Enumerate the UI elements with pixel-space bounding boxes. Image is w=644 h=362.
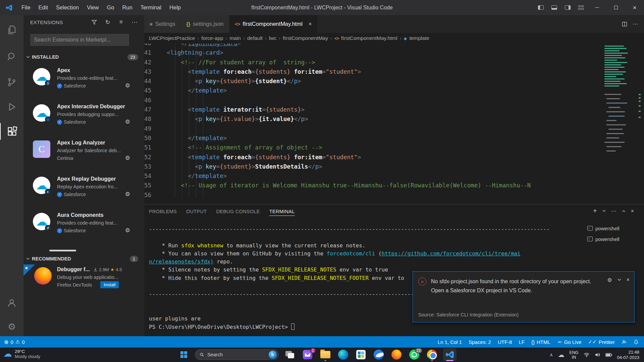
- notification-settings-icon[interactable]: ⚙: [607, 277, 612, 283]
- new-terminal-icon[interactable]: +: [593, 207, 597, 215]
- extension-gear-icon[interactable]: ⚙: [125, 118, 130, 125]
- extension-item-apex-replay-debugger[interactable]: ☁▸ Apex Replay Debugger Replay Apex exec…: [23, 174, 144, 207]
- source-control-icon[interactable]: [0, 74, 23, 90]
- tab-firstcomponentmay-html[interactable]: <> fIrstComponentMay.html ×: [229, 15, 318, 33]
- account-icon[interactable]: [0, 295, 23, 311]
- panel-close-icon[interactable]: ×: [631, 208, 634, 214]
- recommended-section-header[interactable]: RECOMMENDED 1: [23, 254, 144, 264]
- minimap[interactable]: [602, 44, 635, 204]
- toggle-secondary-sidebar-icon[interactable]: [561, 0, 574, 15]
- notification-toast[interactable]: × No sfdx-project.json found in the root…: [413, 271, 635, 322]
- panel-more-icon[interactable]: ⋯: [611, 208, 616, 214]
- maximize-button[interactable]: [606, 0, 625, 15]
- notification-collapse-icon[interactable]: [618, 277, 621, 283]
- extension-gear-icon[interactable]: ⚙: [125, 227, 130, 234]
- tab-output[interactable]: OUTPUT: [186, 209, 207, 214]
- toggle-sidebar-icon[interactable]: [534, 0, 547, 15]
- refresh-icon[interactable]: ↻: [103, 18, 112, 26]
- extension-gear-icon[interactable]: ⚙: [125, 191, 130, 198]
- feedback-icon[interactable]: [622, 340, 627, 345]
- extensions-icon[interactable]: [0, 123, 23, 140]
- search-extensions-input[interactable]: [30, 34, 129, 46]
- microsoft-store-button[interactable]: [354, 348, 368, 361]
- terminal-dropdown-icon[interactable]: [602, 210, 606, 212]
- code-editor[interactable]: 40 </lightning-card>41 <lightning-card>4…: [144, 44, 602, 204]
- onedrive-cloud-icon[interactable]: ☁: [558, 351, 564, 359]
- menu-terminal[interactable]: Terminal: [137, 0, 165, 15]
- menu-run[interactable]: Run: [118, 0, 136, 15]
- more-actions-icon[interactable]: ⋯: [130, 18, 139, 26]
- vscode-taskbar-button[interactable]: [443, 348, 457, 361]
- install-button[interactable]: Install: [100, 281, 119, 288]
- wifi-icon[interactable]: [584, 353, 590, 357]
- breadcrumb-item[interactable]: template: [409, 35, 429, 41]
- prettier-status[interactable]: ✓✓ Prettier: [588, 339, 615, 345]
- task-view-button[interactable]: [283, 348, 297, 361]
- extension-item-apex[interactable]: ☁() Apex Provides code-editing feat... ✓…: [23, 65, 144, 99]
- breadcrumb-item[interactable]: main: [229, 35, 241, 41]
- menu-go[interactable]: Go: [103, 0, 118, 15]
- close-button[interactable]: ×: [625, 0, 644, 15]
- tab-settings-json[interactable]: {} settings.json: [181, 15, 229, 33]
- extension-item-firefox-debugger[interactable]: ★ Debugger f... 2.9M ★ 4.5 Debug your we…: [23, 264, 144, 301]
- indentation[interactable]: Spaces: 2: [469, 339, 491, 345]
- tab-settings[interactable]: ≡ Settings: [144, 15, 181, 33]
- clear-search-icon[interactable]: ≡: [117, 18, 125, 26]
- extension-item-aura-components[interactable]: ☁⚡ Aura Components Provides code-editing…: [23, 210, 144, 244]
- breadcrumb-item[interactable]: LWCProjectPractice: [149, 35, 195, 41]
- language-indicator[interactable]: ENGIN: [569, 350, 578, 360]
- installed-section-header[interactable]: INSTALLED 23: [23, 52, 144, 62]
- firefox-button[interactable]: [390, 348, 403, 361]
- battery-icon[interactable]: [605, 353, 612, 357]
- file-explorer-button[interactable]: [319, 348, 332, 361]
- menu-edit[interactable]: Edit: [35, 0, 52, 15]
- explorer-icon[interactable]: [0, 21, 23, 38]
- breadcrumb-item[interactable]: default: [247, 35, 263, 41]
- minimize-button[interactable]: [588, 0, 606, 15]
- split-editor-icon[interactable]: [622, 21, 627, 27]
- extension-item-apex-interactive-debugger[interactable]: ☁⌂ Apex Interactive Debugger Provides de…: [23, 102, 144, 135]
- notifications-bell-icon[interactable]: [634, 339, 639, 345]
- tray-chevron-up-icon[interactable]: ∧: [550, 352, 553, 357]
- menu-file[interactable]: File: [17, 0, 35, 15]
- menu-help[interactable]: Help: [165, 0, 185, 15]
- tab-terminal[interactable]: TERMINAL: [269, 209, 295, 216]
- language-mode[interactable]: {} HTML: [531, 339, 550, 345]
- breadcrumb-item[interactable]: fIrstComponentMay.html: [341, 35, 397, 41]
- terminal-instance[interactable]: > powershell: [587, 223, 639, 234]
- tab-problems[interactable]: PROBLEMS: [149, 209, 177, 214]
- settings-gear-icon[interactable]: ⚙: [0, 318, 23, 335]
- extension-gear-icon[interactable]: ⚙: [125, 155, 130, 162]
- cursor-position[interactable]: Ln 1, Col 1: [438, 339, 462, 345]
- more-actions-icon[interactable]: ⋯: [633, 21, 638, 27]
- terminal-instance[interactable]: > powershell: [587, 234, 639, 244]
- whatsapp-button[interactable]: 22: [408, 348, 421, 361]
- toggle-panel-icon[interactable]: [547, 0, 561, 15]
- weather-widget[interactable]: ☁ 29°C Mostly cloudy: [3, 349, 40, 359]
- extension-gear-icon[interactable]: ⚙: [125, 82, 130, 89]
- sidebar-scrollbar[interactable]: [49, 250, 76, 251]
- mail-app-button[interactable]: 1: [301, 348, 314, 361]
- volume-icon[interactable]: [595, 352, 600, 357]
- taskbar-search[interactable]: Search b: [195, 349, 279, 360]
- run-debug-icon[interactable]: [0, 99, 23, 115]
- breadcrumb-item[interactable]: force-app: [201, 35, 223, 41]
- filter-icon[interactable]: [90, 18, 99, 26]
- menu-selection[interactable]: Selection: [52, 0, 83, 15]
- problems-status[interactable]: ⊗ 0 ⚠ 0: [4, 339, 25, 345]
- go-live-button[interactable]: Go Live: [557, 339, 582, 345]
- paint-app-button[interactable]: [372, 348, 385, 361]
- search-icon[interactable]: [0, 48, 23, 65]
- clock[interactable]: 21:48 04-07-2023: [617, 350, 640, 360]
- breadcrumb-item[interactable]: fIrstComponentMay: [283, 35, 328, 41]
- menu-view[interactable]: View: [83, 0, 103, 15]
- chrome-button[interactable]: [425, 348, 439, 361]
- customize-layout-icon[interactable]: [574, 0, 588, 15]
- notification-close-icon[interactable]: ×: [627, 277, 630, 283]
- eol-sequence[interactable]: LF: [519, 339, 525, 345]
- close-tab-icon[interactable]: ×: [309, 21, 312, 27]
- start-button[interactable]: [177, 348, 191, 361]
- extension-item-apex-log-analyzer[interactable]: C Apex Log Analyzer Analyzer for Salesfo…: [23, 138, 144, 171]
- panel-maximize-icon[interactable]: [622, 210, 626, 212]
- tab-debug-console[interactable]: DEBUG CONSOLE: [216, 209, 260, 214]
